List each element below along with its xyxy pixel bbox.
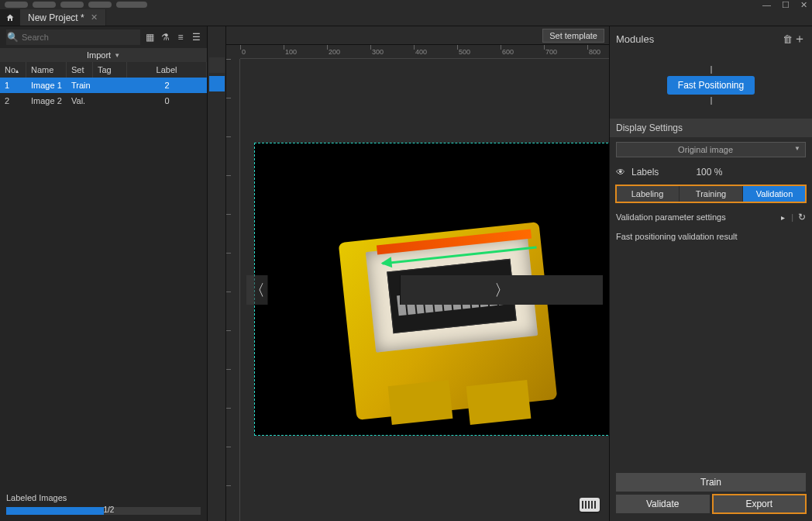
labeled-progress: 1/2 (6, 507, 201, 515)
eye-icon[interactable]: 👁 (616, 167, 625, 178)
divider: | (791, 212, 793, 222)
window-maximize[interactable]: ☐ (782, 0, 790, 10)
import-button[interactable]: Import▼ (0, 48, 207, 62)
add-icon[interactable]: ＋ (793, 31, 806, 47)
search-input[interactable] (6, 29, 140, 45)
list-icon[interactable]: ≡ (174, 32, 187, 43)
close-icon[interactable]: ✕ (91, 12, 98, 22)
home-icon[interactable] (0, 9, 20, 26)
menu-placeholder (60, 2, 84, 8)
validation-params-row[interactable]: Validation parameter settings ▸ | ↻ (610, 205, 812, 229)
tab-validation[interactable]: Validation (743, 185, 806, 202)
titlebar: — ☐ ✕ (0, 0, 812, 9)
table-row[interactable]: 1Image 1Train2 (0, 78, 207, 93)
chevron-down-icon: ▼ (114, 52, 120, 59)
tab-training[interactable]: Training (680, 185, 742, 202)
project-tab[interactable]: New Project * ✕ (20, 9, 106, 26)
image-mode-select[interactable]: Original image ▼ (616, 142, 806, 157)
tool-button-active[interactable] (209, 76, 225, 91)
image-table-header: No▴ Name Set Tag Label (0, 62, 207, 78)
chevron-down-icon: ▼ (794, 145, 800, 152)
image-canvas[interactable]: 〈 〉 (240, 59, 609, 521)
sort-icon[interactable]: ☰ (190, 32, 202, 43)
table-row[interactable]: 2Image 2Val.0 (0, 93, 207, 109)
menu-placeholder (88, 2, 112, 8)
validation-result-label: Fast positioning validation result (610, 229, 812, 244)
validate-button[interactable]: Validate (616, 495, 710, 513)
chevron-right-icon: ▸ (781, 213, 785, 222)
tab-labeling[interactable]: Labeling (616, 185, 679, 202)
prev-image-button[interactable]: 〈 (246, 275, 268, 305)
labels-label: Labels (631, 167, 659, 178)
properties-panel: Modules 🗑 ＋ Fast Positioning Display Set… (609, 26, 812, 521)
window-close[interactable]: ✕ (800, 0, 807, 10)
export-button[interactable]: Export (713, 495, 807, 513)
labeled-images-title: Labeled Images (6, 493, 201, 502)
canvas-toolstrip (208, 26, 226, 521)
trash-icon[interactable]: 🗑 (781, 33, 793, 45)
image-grid-icon[interactable]: ▦ (143, 32, 156, 43)
tool-button[interactable] (209, 57, 225, 73)
set-template-button[interactable]: Set template (542, 29, 604, 43)
ruler-vertical (226, 59, 240, 521)
canvas-panel: Set template 0100200300400500600700800 〈… (226, 26, 609, 521)
keyboard-icon[interactable] (580, 498, 600, 512)
search-icon: 🔍 (6, 32, 19, 43)
menu-placeholder (116, 2, 147, 8)
modules-title: Modules (616, 33, 654, 45)
module-node[interactable]: Fast Positioning (667, 76, 755, 95)
window-minimize[interactable]: — (762, 0, 771, 10)
display-settings-header: Display Settings (610, 119, 812, 137)
next-image-button[interactable]: 〉 (400, 275, 603, 305)
history-icon[interactable]: ↻ (798, 212, 806, 223)
labels-percent: 100 % (696, 167, 722, 178)
menu-placeholder (5, 2, 28, 8)
ruler-horizontal: 0100200300400500600700800 (240, 45, 609, 59)
train-button[interactable]: Train (616, 473, 806, 492)
filter-icon[interactable]: ⚗ (159, 32, 171, 43)
project-tab-title: New Project * (28, 12, 84, 23)
mode-tabs: Labeling Training Validation (616, 185, 806, 202)
tabbar: New Project * ✕ (0, 9, 812, 26)
module-graph: Fast Positioning (610, 52, 812, 119)
menu-placeholder (33, 2, 56, 8)
image-list-panel: 🔍 ▦ ⚗ ≡ ☰ Import▼ No▴ Name Set Tag Label… (0, 26, 208, 521)
